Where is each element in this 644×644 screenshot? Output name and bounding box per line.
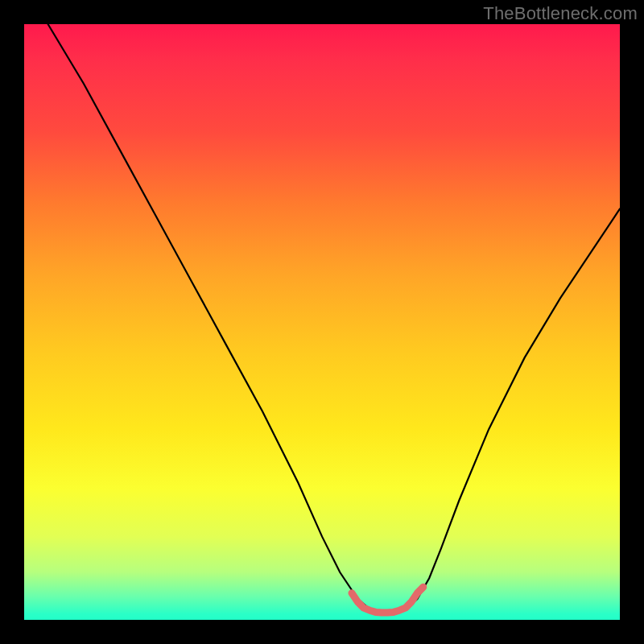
watermark-text: TheBottleneck.com [483, 3, 638, 24]
optimal-band [352, 587, 423, 613]
curve-layer [24, 24, 620, 620]
chart-frame: TheBottleneck.com [0, 0, 644, 644]
bottleneck-curve [48, 24, 620, 613]
